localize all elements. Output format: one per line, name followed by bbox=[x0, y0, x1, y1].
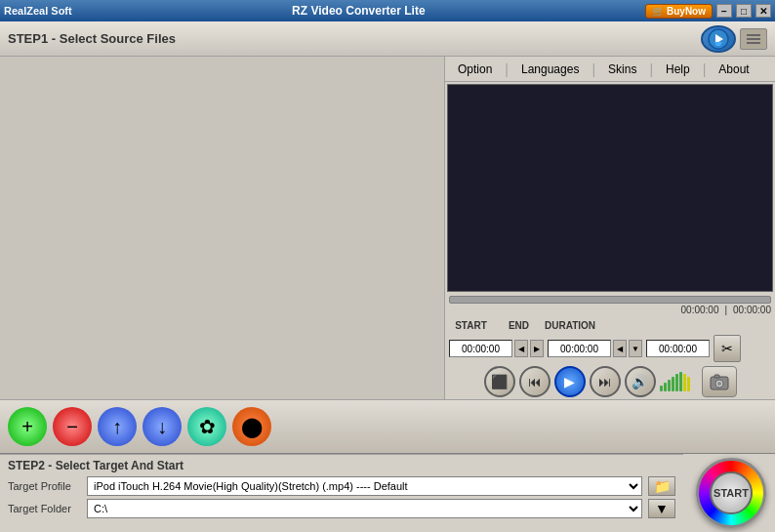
current-time: 00:00:00 bbox=[681, 305, 719, 315]
step1-label: STEP1 - Select Source Files bbox=[8, 31, 176, 46]
vol-bar-1 bbox=[660, 386, 663, 391]
screenshot-button[interactable] bbox=[702, 366, 737, 397]
vol-bar-3 bbox=[668, 380, 671, 391]
profile-row: Target Profile iPod iTouch H.264 Movie(H… bbox=[8, 476, 675, 496]
duration-input-group bbox=[646, 340, 710, 357]
bottom-toolbar: + − ↑ ↓ ✿ ⬤ bbox=[0, 399, 775, 454]
file-list-area[interactable] bbox=[0, 57, 444, 399]
menu-help[interactable]: Help bbox=[657, 60, 699, 79]
volume-indicator bbox=[660, 372, 690, 391]
browse-folder-button[interactable]: ▼ bbox=[648, 499, 675, 518]
step2-content: STEP2 - Select Target And Start Target P… bbox=[0, 454, 687, 532]
svg-rect-2 bbox=[747, 38, 760, 40]
vol-bar-7 bbox=[683, 374, 686, 391]
menu-about[interactable]: About bbox=[710, 60, 757, 79]
start-label: START bbox=[710, 471, 753, 514]
merge-button[interactable]: ⬤ bbox=[232, 407, 271, 446]
close-button[interactable]: ✕ bbox=[755, 4, 771, 18]
audio-button[interactable]: 🔊 bbox=[625, 366, 656, 397]
minimize-button[interactable]: − bbox=[716, 4, 732, 18]
folder-select[interactable]: C:\ bbox=[87, 499, 642, 518]
list-icon bbox=[746, 32, 761, 46]
vol-bar-8 bbox=[687, 377, 690, 391]
vol-bar-4 bbox=[672, 377, 674, 391]
svg-rect-7 bbox=[714, 375, 719, 378]
title-bar-controls: 🛒 BuyNow − □ ✕ bbox=[645, 4, 771, 19]
add-files-icon bbox=[708, 28, 729, 50]
step1-header: STEP1 - Select Source Files bbox=[0, 21, 775, 57]
next-button[interactable]: ⏭ bbox=[590, 366, 621, 397]
vol-bar-6 bbox=[679, 372, 682, 391]
menu-sep-2: | bbox=[590, 61, 597, 77]
end-input-group: ◀ ▼ bbox=[548, 340, 642, 357]
playback-controls: ⬛ ⏮ ▶ ⏭ 🔊 bbox=[449, 366, 771, 397]
folder-label: Target Folder bbox=[8, 503, 81, 514]
start-right-arrow[interactable]: ▶ bbox=[530, 340, 544, 357]
controls-area: START END DURATION ◀ ▶ ◀ ▼ bbox=[445, 318, 775, 399]
prev-button[interactable]: ⏮ bbox=[519, 366, 551, 397]
up-button[interactable]: ↑ bbox=[98, 407, 137, 446]
progress-bar-container[interactable] bbox=[449, 296, 771, 304]
step1-icons bbox=[701, 25, 767, 53]
time-input-row: ◀ ▶ ◀ ▼ ✂ bbox=[449, 335, 771, 362]
step2-area: STEP2 - Select Target And Start Target P… bbox=[0, 454, 683, 525]
trim-button[interactable]: ✂ bbox=[714, 335, 741, 362]
menu-bar: Option | Languages | Skins | Help | Abou… bbox=[445, 57, 775, 82]
profile-select[interactable]: iPod iTouch H.264 Movie(High Quality)(St… bbox=[87, 476, 642, 496]
folder-row: Target Folder C:\ ▼ bbox=[8, 499, 675, 518]
start-label: START bbox=[449, 320, 493, 331]
browse-profile-button[interactable]: 📁 bbox=[648, 476, 675, 496]
menu-sep-3: | bbox=[647, 61, 655, 77]
end-time-input[interactable] bbox=[548, 340, 611, 357]
bottom-row: STEP2 - Select Target And Start Target P… bbox=[0, 454, 775, 532]
effect-button[interactable]: ✿ bbox=[187, 407, 226, 446]
content-area: Option | Languages | Skins | Help | Abou… bbox=[0, 57, 775, 399]
menu-sep-4: | bbox=[701, 61, 709, 77]
app-title: RZ Video Converter Lite bbox=[72, 4, 645, 18]
main-container: STEP1 - Select Source Files bbox=[0, 21, 775, 532]
right-panel: Option | Languages | Skins | Help | Abou… bbox=[445, 57, 775, 399]
file-panel bbox=[0, 57, 445, 399]
start-time-input[interactable] bbox=[449, 340, 512, 357]
profile-label: Target Profile bbox=[8, 480, 81, 492]
duration-time-input[interactable] bbox=[646, 340, 710, 357]
step2-label: STEP2 - Select Target And Start bbox=[8, 459, 675, 472]
end-label: END bbox=[497, 320, 541, 331]
remove-button[interactable]: − bbox=[53, 407, 92, 446]
duration-label: DURATION bbox=[545, 320, 595, 331]
play-button[interactable]: ▶ bbox=[554, 366, 586, 397]
video-preview bbox=[447, 84, 773, 292]
buynow-button[interactable]: 🛒 BuyNow bbox=[645, 4, 713, 19]
vol-bar-5 bbox=[675, 374, 678, 391]
end-right-arrow[interactable]: ▼ bbox=[629, 340, 642, 357]
time-inputs: START END DURATION bbox=[449, 320, 771, 331]
vol-bar-2 bbox=[664, 383, 667, 391]
down-button[interactable]: ↓ bbox=[143, 407, 182, 446]
add-button[interactable]: + bbox=[8, 407, 47, 446]
svg-rect-3 bbox=[747, 42, 760, 44]
svg-point-6 bbox=[717, 382, 721, 386]
start-input-group: ◀ ▶ bbox=[449, 340, 544, 357]
start-section: START bbox=[687, 454, 775, 532]
time-sep: | bbox=[724, 305, 727, 315]
progress-area: 00:00:00 | 00:00:00 bbox=[445, 294, 775, 318]
title-bar: RealZeal Soft RZ Video Converter Lite 🛒 … bbox=[0, 0, 775, 21]
menu-skins[interactable]: Skins bbox=[599, 60, 645, 79]
menu-sep-1: | bbox=[503, 61, 510, 77]
start-button[interactable]: START bbox=[696, 458, 766, 528]
start-left-arrow[interactable]: ◀ bbox=[514, 340, 528, 357]
file-list-button[interactable] bbox=[740, 28, 767, 50]
menu-option[interactable]: Option bbox=[449, 60, 501, 79]
add-files-button[interactable] bbox=[701, 25, 736, 53]
stop-button[interactable]: ⬛ bbox=[484, 366, 515, 397]
brand-label: RealZeal Soft bbox=[4, 5, 72, 17]
menu-languages[interactable]: Languages bbox=[512, 60, 588, 79]
end-left-arrow[interactable]: ◀ bbox=[613, 340, 627, 357]
camera-icon bbox=[709, 373, 730, 390]
total-time: 00:00:00 bbox=[733, 305, 771, 315]
time-display: 00:00:00 | 00:00:00 bbox=[449, 304, 771, 316]
maximize-button[interactable]: □ bbox=[736, 4, 752, 18]
svg-rect-1 bbox=[747, 34, 760, 36]
